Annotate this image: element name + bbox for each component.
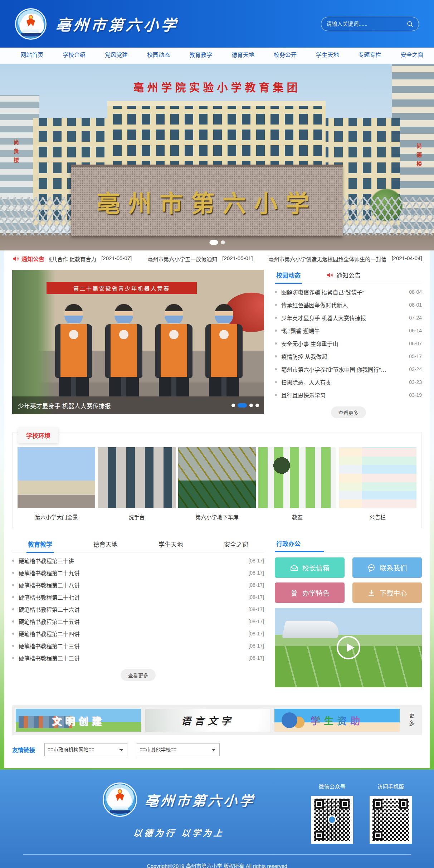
- article-row[interactable]: 硬笔楷书教程第二十二讲 [08-17]: [12, 652, 264, 664]
- nav-item[interactable]: 学校介绍: [53, 48, 95, 64]
- news-row[interactable]: “粽”飘香 迎端午 06-14: [275, 324, 422, 337]
- notice-item-text[interactable]: 校共合作 促教育合力: [49, 255, 96, 263]
- article-row[interactable]: 硬笔楷书教程第二十九讲 [08-17]: [12, 567, 264, 579]
- news-more-button[interactable]: 查看更多: [331, 406, 366, 418]
- carousel-dot[interactable]: [231, 404, 235, 407]
- news-row[interactable]: 少年英才显身手 机器人大赛传捷报 07-24: [275, 311, 422, 324]
- news-row[interactable]: 安全无小事 生命重于山 06-07: [275, 337, 422, 350]
- article-row[interactable]: 硬笔楷书教程第二十三讲 [08-17]: [12, 640, 264, 652]
- nav-item[interactable]: 学生天地: [306, 48, 348, 64]
- photo-thumbnail[interactable]: [98, 447, 175, 508]
- article-title[interactable]: 硬笔楷书教程第二十五讲: [19, 618, 243, 625]
- article-row[interactable]: 硬笔楷书教程第二十五讲 [08-17]: [12, 615, 264, 628]
- nav-item[interactable]: 校园动态: [137, 48, 180, 64]
- carousel-dot[interactable]: [249, 404, 253, 407]
- notice-item-text[interactable]: 亳州市第六小学创造无烟校园致全体师生的一封信: [268, 255, 386, 263]
- news-title[interactable]: 疫情防控 从我做起: [281, 352, 403, 360]
- article-title[interactable]: 硬笔楷书教程第二十二讲: [19, 654, 243, 662]
- article-title[interactable]: 硬笔楷书教程第二十七讲: [19, 593, 243, 601]
- environment-photo-gate[interactable]: 第六小学大门全景: [18, 447, 95, 521]
- nav-item[interactable]: 专题专栏: [348, 48, 391, 64]
- hero-dot-active[interactable]: [209, 240, 218, 245]
- article-row[interactable]: 硬笔楷书教程第二十四讲 [08-17]: [12, 628, 264, 640]
- article-row[interactable]: 硬笔楷书教程第二十六讲 [08-17]: [12, 603, 264, 615]
- nav-item[interactable]: 校务公开: [264, 48, 306, 64]
- carousel-dot[interactable]: [255, 404, 259, 407]
- banner-civilization[interactable]: 文明创建: [16, 709, 141, 732]
- news-title[interactable]: 且行且思快乐学习: [281, 391, 403, 399]
- hero-dot[interactable]: [221, 240, 225, 244]
- tab-student-world[interactable]: 学生天地: [157, 540, 184, 552]
- news-row[interactable]: 亳州市第六小学参加“节水中国 你我同行”… 03-24: [275, 363, 422, 376]
- tab-safety-window[interactable]: 安全之窗: [223, 540, 250, 552]
- news-title[interactable]: 安全无小事 生命重于山: [281, 340, 403, 347]
- news-tabbar: 校园动态 通知公告: [275, 270, 422, 283]
- nav-item[interactable]: 安全之窗: [391, 48, 433, 64]
- nav-item[interactable]: 教育教学: [180, 48, 222, 64]
- news-title[interactable]: “粽”飘香 迎端午: [281, 327, 403, 335]
- environment-photo-washstand[interactable]: 洗手台: [98, 447, 175, 521]
- article-title[interactable]: 硬笔楷书教程第二十四讲: [19, 630, 243, 638]
- nav-item[interactable]: 党风党建: [95, 48, 137, 64]
- school-video[interactable]: [275, 608, 422, 687]
- article-row[interactable]: 硬笔楷书教程第三十讲 [08-17]: [12, 555, 264, 567]
- news-title[interactable]: 少年英才显身手 机器人大赛传捷报: [281, 314, 403, 322]
- search-box[interactable]: [321, 17, 419, 31]
- search-input[interactable]: [326, 21, 406, 27]
- news-title[interactable]: 扫黑除恶，人人有责: [281, 378, 403, 386]
- photo-thumbnail[interactable]: [18, 447, 95, 508]
- tab-moral-education[interactable]: 德育天地: [92, 540, 119, 552]
- news-row[interactable]: 传承红色基因争做时代新人 08-01: [275, 298, 422, 311]
- banner-title[interactable]: 文明创建: [52, 713, 105, 727]
- notice-item[interactable]: 亳州市第六小学五一放假通知 [2021-05-01]: [132, 255, 253, 263]
- photo-thumbnail[interactable]: [339, 447, 416, 508]
- banners-more-link[interactable]: 更多: [407, 712, 415, 728]
- nav-item[interactable]: 网站首页: [11, 48, 53, 64]
- news-row[interactable]: 扫黑除恶，人人有责 03-23: [275, 376, 422, 389]
- news-row[interactable]: 且行且思快乐学习 03-19: [275, 389, 422, 401]
- principal-mailbox-button[interactable]: 校长信箱: [275, 557, 345, 578]
- article-row[interactable]: 硬笔楷书教程第二十八讲 [08-17]: [12, 579, 264, 591]
- notice-item[interactable]: 校共合作 促教育合力 [2021-05-07]: [49, 255, 132, 263]
- carousel-caption[interactable]: 少年英才显身手 机器人大赛传捷报: [12, 396, 264, 414]
- photo-thumbnail[interactable]: [258, 447, 336, 508]
- banner-language[interactable]: 语言文字: [145, 709, 270, 732]
- notice-item[interactable]: 亳州市第六小学创造无烟校园致全体师生的一封信 [2021-04-04]: [253, 255, 422, 263]
- contact-us-button[interactable]: 联系我们: [352, 557, 422, 578]
- tab-label[interactable]: 通知公告: [336, 270, 361, 279]
- banner-student-aid[interactable]: 学生资助: [274, 709, 400, 732]
- tab-notices[interactable]: 通知公告: [325, 270, 362, 283]
- news-row[interactable]: 图解防电信诈骗 捂紧自己“钱袋子” 08-04: [275, 286, 422, 298]
- photo-thumbnail[interactable]: [178, 447, 256, 508]
- banner-title[interactable]: 学生资助: [311, 713, 364, 727]
- article-title[interactable]: 硬笔楷书教程第二十三讲: [19, 642, 243, 650]
- gov-sites-select[interactable]: ==市政府机构网站==: [44, 743, 127, 756]
- news-title[interactable]: 图解防电信诈骗 捂紧自己“钱袋子”: [281, 288, 403, 296]
- article-title[interactable]: 硬笔楷书教程第二十六讲: [19, 605, 243, 613]
- hero-carousel[interactable]: 亳州学院实验小学教育集团 尚贤楼 尚德楼 亳州市第六小学: [0, 64, 434, 250]
- banner-title[interactable]: 语言文字: [181, 713, 234, 727]
- search-icon[interactable]: [406, 20, 414, 28]
- nav-item[interactable]: 德育天地: [222, 48, 264, 64]
- notice-item-text[interactable]: 亳州市第六小学五一放假通知: [147, 255, 217, 263]
- play-icon[interactable]: [337, 636, 360, 659]
- environment-photo-classroom[interactable]: 教室: [258, 447, 336, 521]
- news-title[interactable]: 亳州市第六小学参加“节水中国 你我同行”…: [281, 365, 403, 373]
- photo-carousel[interactable]: 第二十届安徽省青少年机器人竞赛 少年英才显身手 机器人大赛传捷报: [12, 270, 264, 414]
- article-title[interactable]: 硬笔楷书教程第二十九讲: [19, 569, 243, 577]
- tab-label[interactable]: 校园动态: [276, 270, 301, 279]
- environment-photo-garage[interactable]: 第六小学地下车库: [178, 447, 256, 521]
- tab-teaching[interactable]: 教育教学: [26, 540, 54, 553]
- article-title[interactable]: 硬笔楷书教程第三十讲: [19, 557, 243, 565]
- carousel-dot-active[interactable]: [238, 403, 247, 408]
- article-title[interactable]: 硬笔楷书教程第二十八讲: [19, 581, 243, 589]
- article-row[interactable]: 硬笔楷书教程第二十七讲 [08-17]: [12, 591, 264, 603]
- articles-more-button[interactable]: 查看更多: [121, 669, 156, 681]
- school-features-button[interactable]: 办学特色: [275, 582, 345, 603]
- news-title[interactable]: 传承红色基因争做时代新人: [281, 301, 403, 309]
- news-row[interactable]: 疫情防控 从我做起 05-17: [275, 350, 422, 363]
- tab-campus-news[interactable]: 校园动态: [275, 270, 302, 284]
- download-center-button[interactable]: 下载中心: [352, 582, 422, 603]
- other-schools-select[interactable]: ==市其他学校==: [137, 743, 220, 756]
- environment-photo-board[interactable]: 公告栏: [339, 447, 416, 521]
